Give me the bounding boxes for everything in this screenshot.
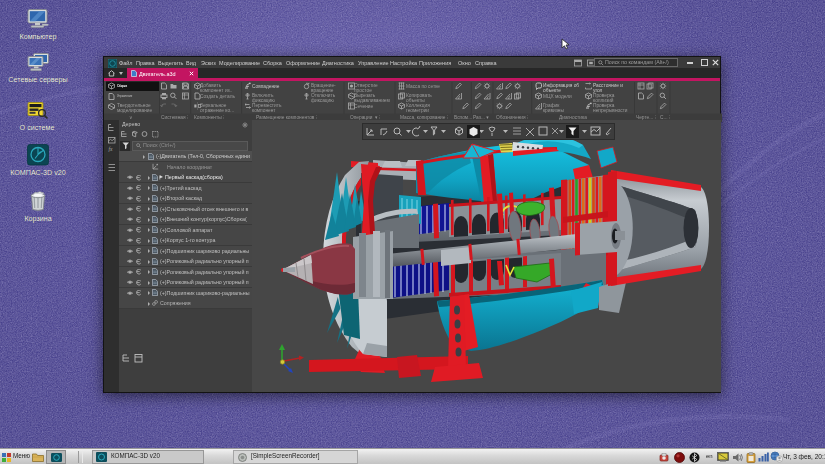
svg-text:fx: fx xyxy=(109,146,114,152)
